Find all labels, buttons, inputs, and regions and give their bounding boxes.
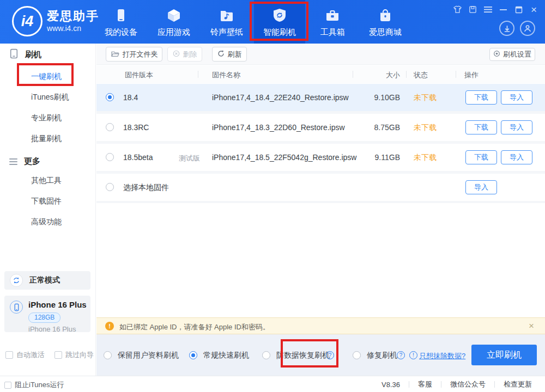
theme-icon[interactable] xyxy=(453,5,462,14)
device-capacity-badge: 128GB xyxy=(28,313,60,323)
firmware-radio[interactable] xyxy=(106,183,114,191)
warning-icon: ! xyxy=(105,322,114,330)
cube-icon xyxy=(167,7,181,23)
status-bar: 阻止iTunes运行 V8.36 客服 微信公众号 检查更新 xyxy=(0,376,545,392)
import-button[interactable]: 导入 xyxy=(501,90,532,105)
checkbox-label: 跳过向导 xyxy=(65,350,94,360)
anti-recovery-flash-radio[interactable] xyxy=(262,351,270,359)
repair-flash-radio[interactable] xyxy=(353,351,361,359)
table-row[interactable]: 18.3RC iPhone17,4_18.3_22D60_Restore.ips… xyxy=(96,114,545,141)
device-card[interactable]: iPhone 16 Plus 128GB iPhone 16 Plus xyxy=(4,296,90,332)
user-account-icon[interactable] xyxy=(520,21,535,36)
checkbox-label: 自动激活 xyxy=(16,350,45,360)
block-itunes-label: 阻止iTunes运行 xyxy=(15,380,64,390)
main-content: 打开文件夹 删除 刷新 刷机设置 固件版本 xyxy=(96,44,545,376)
nav-label: 智能刷机 xyxy=(263,27,296,38)
check-update-link[interactable]: 检查更新 xyxy=(504,379,532,389)
refresh-label: 刷新 xyxy=(228,50,242,59)
col-actions: 操作 xyxy=(464,70,479,80)
nav-smart-flash[interactable]: 智能刷机 xyxy=(254,0,305,44)
firmware-radio[interactable] xyxy=(106,123,114,131)
firmware-size: 9.10GB xyxy=(358,93,400,102)
import-button[interactable]: 导入 xyxy=(501,120,532,134)
normal-fast-flash-radio[interactable] xyxy=(189,351,197,359)
device-name: iPhone 16 Plus xyxy=(28,301,87,309)
divider xyxy=(494,381,495,388)
nav-my-devices[interactable]: 我的设备 xyxy=(95,0,147,44)
section-title: 刷机 xyxy=(25,50,41,60)
i4-logo-icon[interactable]: i4 xyxy=(12,6,43,36)
col-status: 状态 xyxy=(414,70,428,80)
firmware-radio[interactable] xyxy=(106,153,114,161)
repair-flash-label[interactable]: 修复刷机 xyxy=(367,351,397,360)
nav-ringtones-wallpapers[interactable]: 铃声壁纸 xyxy=(201,0,252,44)
device-model: iPhone 16 Plus xyxy=(28,325,87,333)
auto-activate-checkbox[interactable]: 自动激活 xyxy=(5,350,45,360)
maximize-icon[interactable] xyxy=(514,5,523,14)
sidebar-item-itunes-flash[interactable]: iTunes刷机 xyxy=(31,93,69,102)
delete-button[interactable]: 删除 xyxy=(167,47,202,62)
keep-data-flash-radio[interactable] xyxy=(104,351,112,359)
close-icon[interactable]: × xyxy=(529,5,538,14)
open-folder-label: 打开文件夹 xyxy=(123,50,158,59)
help-icon[interactable]: ? xyxy=(397,351,405,359)
normal-fast-flash-label[interactable]: 常规快速刷机 xyxy=(203,351,249,360)
sidebar-item-download-firmware[interactable]: 下载固件 xyxy=(31,197,62,206)
customer-service-link[interactable]: 客服 xyxy=(418,379,432,389)
sidebar-item-advanced-features[interactable]: 高级功能 xyxy=(31,217,62,227)
firmware-name: iPhone17,4_18.3_22D60_Restore.ipsw xyxy=(212,123,345,132)
nav-label: 我的设备 xyxy=(105,27,137,38)
download-button[interactable]: 下载 xyxy=(465,150,497,164)
firmware-status: 未下载 xyxy=(414,93,437,103)
sidebar-item-batch-flash[interactable]: 批量刷机 xyxy=(31,134,62,144)
skip-setup-checkbox[interactable]: 跳过向导 xyxy=(55,350,94,360)
refresh-button[interactable]: 刷新 xyxy=(212,47,247,62)
table-header: 固件版本 固件名称 大小 状态 操作 xyxy=(96,65,545,83)
gear-icon xyxy=(493,50,500,59)
notice-close-icon[interactable]: × xyxy=(529,321,534,332)
erase-data-link[interactable]: 只想抹除数据? xyxy=(419,351,465,361)
flash-now-button[interactable]: 立即刷机 xyxy=(471,345,537,365)
nav-toolbox[interactable]: 工具箱 xyxy=(307,0,358,44)
device-mode-card[interactable]: 正常模式 xyxy=(4,271,90,290)
table-row-local-firmware[interactable]: 选择本地固件 导入 xyxy=(96,174,545,201)
download-button[interactable]: 下载 xyxy=(465,120,497,134)
nav-i4-store[interactable]: 爱思商城 xyxy=(360,0,411,44)
info-icon: ! xyxy=(409,351,417,359)
firmware-name: iPhone17,4_18.5_22F5042g_Restore.ipsw xyxy=(212,153,356,162)
app-version: V8.36 xyxy=(382,381,400,389)
wechat-official-link[interactable]: 微信公众号 xyxy=(450,379,486,389)
col-size: 大小 xyxy=(369,70,400,80)
menu-icon[interactable] xyxy=(483,5,493,14)
flash-phone-icon xyxy=(9,48,19,61)
table-row[interactable]: 18.4 iPhone17,4_18.4_22E240_Restore.ipsw… xyxy=(96,84,545,111)
minimize-icon[interactable] xyxy=(499,5,508,14)
shield-refresh-icon xyxy=(272,7,287,23)
keep-data-flash-label[interactable]: 保留用户资料刷机 xyxy=(118,351,179,360)
import-button[interactable]: 导入 xyxy=(465,180,497,194)
more-icon xyxy=(9,158,17,165)
refresh-icon xyxy=(217,50,225,59)
sidebar-item-pro-flash[interactable]: 专业刷机 xyxy=(31,113,62,123)
firmware-radio[interactable] xyxy=(106,93,114,101)
phone-icon xyxy=(114,7,128,23)
nav-label: 爱思商城 xyxy=(369,27,402,38)
download-manager-icon[interactable] xyxy=(499,21,514,36)
save-icon[interactable] xyxy=(468,5,477,14)
block-itunes-checkbox[interactable]: 阻止iTunes运行 xyxy=(4,380,64,390)
nav-label: 应用游戏 xyxy=(158,27,190,38)
firmware-status: 未下载 xyxy=(414,123,437,133)
sidebar-item-other-tools[interactable]: 其他工具 xyxy=(31,176,62,186)
folder-open-icon xyxy=(111,50,119,59)
anti-recovery-flash-label[interactable]: 防数据恢复刷机 xyxy=(276,351,330,360)
header-quick-actions xyxy=(499,21,535,36)
shopping-bag-icon xyxy=(378,7,392,23)
nav-apps-games[interactable]: 应用游戏 xyxy=(148,0,199,44)
sidebar-item-one-click-flash[interactable]: 一键刷机 xyxy=(31,72,62,82)
import-button[interactable]: 导入 xyxy=(501,150,532,164)
download-button[interactable]: 下载 xyxy=(465,90,497,105)
help-icon[interactable]: ? xyxy=(326,351,334,359)
table-row[interactable]: 18.5beta 测试版 iPhone17,4_18.5_22F5042g_Re… xyxy=(96,144,545,171)
open-folder-button[interactable]: 打开文件夹 xyxy=(106,47,162,62)
flash-settings-button[interactable]: 刷机设置 xyxy=(489,48,535,61)
